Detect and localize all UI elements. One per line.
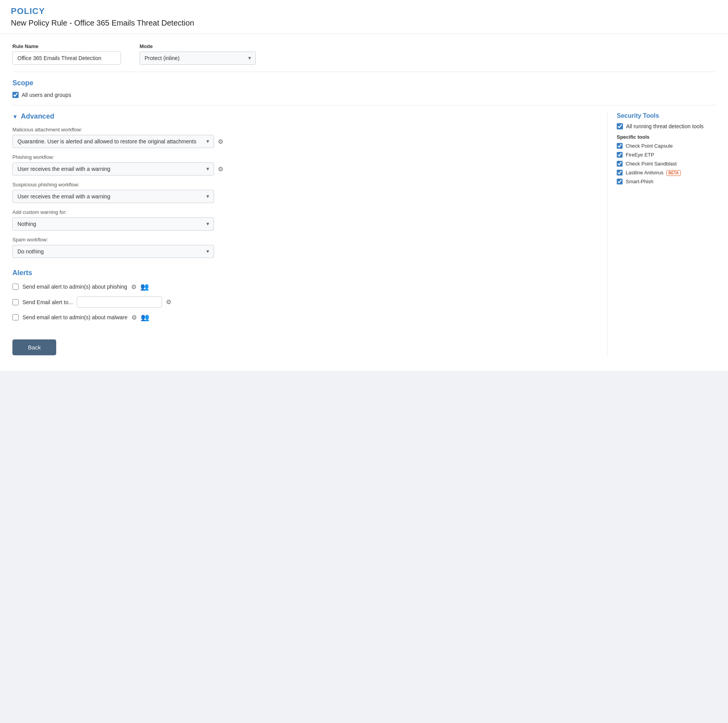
tool-fireeye-label: FireEye ETP [626, 152, 654, 158]
suspicious-phishing-select[interactable]: User receives the email with a warning B… [12, 190, 214, 203]
tool-smartphish-label: Smart-Phish [626, 179, 654, 184]
phishing-workflow-label: Phishing workflow: [12, 154, 592, 160]
spam-workflow-label: Spam workflow: [12, 237, 592, 243]
tool-lastline-checkbox[interactable] [617, 170, 623, 176]
custom-warning-select[interactable]: Nothing Phishing Suspicious phishing Spa… [12, 217, 214, 231]
malicious-attachment-select[interactable]: Quarantine. User is alerted and allowed … [12, 135, 214, 148]
spam-workflow-select[interactable]: Do nothing Block Quarantine [12, 245, 214, 258]
scope-heading: Scope [12, 79, 716, 87]
tool-smartphish-checkbox[interactable] [617, 179, 623, 184]
alert-email-to-gear-icon[interactable]: ⚙ [166, 298, 171, 306]
page-title: New Policy Rule - Office 365 Emails Thre… [11, 19, 717, 28]
tool-sandblast-checkbox[interactable] [617, 161, 623, 167]
specific-tools-label: Specific tools [617, 134, 716, 140]
mode-select[interactable]: Protect (inline) Detect Monitor [140, 52, 256, 65]
tool-sandblast-label: Check Point Sandblast [626, 161, 677, 167]
malicious-attachment-label: Malicious attachment workflow: [12, 127, 592, 133]
alert-email-to-label: Send Email alert to... [22, 299, 73, 305]
alert-phishing-gear-icon[interactable]: ⚙ [131, 283, 136, 291]
alert-malware-checkbox[interactable] [12, 314, 19, 320]
rule-name-input[interactable] [12, 52, 121, 65]
alert-phishing-people-icon[interactable]: 👥 [140, 282, 149, 291]
suspicious-phishing-label: Suspicious phishing workflow: [12, 182, 592, 188]
rule-name-label: Rule Name [12, 43, 121, 49]
tool-lastline-label: Lastline Antivirus BETA [626, 170, 681, 176]
all-users-checkbox[interactable] [12, 92, 19, 98]
alerts-heading: Alerts [12, 269, 592, 277]
back-button[interactable]: Back [12, 339, 56, 355]
malicious-attachment-gear-icon[interactable]: ⚙ [218, 138, 223, 145]
advanced-toggle[interactable]: ▼ Advanced [12, 112, 592, 120]
phishing-workflow-gear-icon[interactable]: ⚙ [218, 165, 223, 173]
phishing-workflow-select[interactable]: User receives the email with a warning B… [12, 162, 214, 176]
policy-label: POLICY [11, 6, 717, 16]
tool-capsule-checkbox[interactable] [617, 143, 623, 149]
alert-malware-gear-icon[interactable]: ⚙ [131, 314, 137, 321]
alert-phishing-checkbox[interactable] [12, 284, 19, 290]
beta-badge: BETA [666, 170, 680, 176]
tool-fireeye-checkbox[interactable] [617, 152, 623, 158]
alert-email-to-input[interactable] [77, 296, 162, 308]
all-users-label: All users and groups [22, 92, 71, 98]
custom-warning-label: Add custom warning for: [12, 209, 592, 215]
security-tools-heading: Security Tools [617, 112, 716, 119]
alert-email-to-checkbox[interactable] [12, 299, 19, 305]
advanced-heading: Advanced [21, 112, 54, 120]
tool-capsule-label: Check Point Capsule [626, 143, 673, 149]
mode-label: Mode [140, 43, 256, 49]
all-running-tools-label: All running threat detection tools [626, 123, 704, 129]
advanced-chevron-icon: ▼ [12, 114, 18, 120]
alert-malware-people-icon[interactable]: 👥 [141, 313, 149, 322]
alert-malware-label: Send email alert to admin(s) about malwa… [22, 314, 128, 320]
all-running-tools-checkbox[interactable] [617, 123, 623, 129]
alert-phishing-label: Send email alert to admin(s) about phish… [22, 284, 127, 290]
